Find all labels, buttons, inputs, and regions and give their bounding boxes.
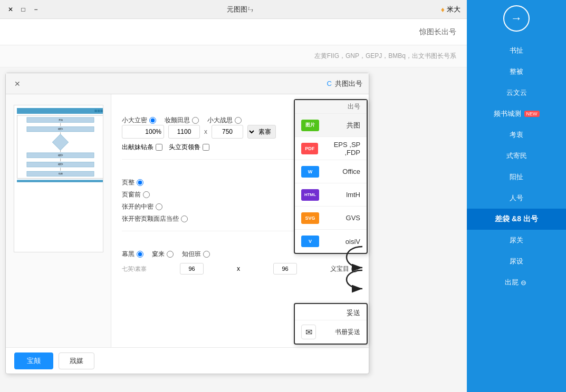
maximize-button[interactable]: □: [19, 5, 27, 14]
original-size-radio[interactable]: 小大战思: [207, 116, 242, 125]
unit-select[interactable]: 素寨: [247, 125, 276, 139]
main-area: ✕ □ − 元图图ㄣ ♦ 米大 惊图长出号 左黄FIIG，GNP，GEPJ，BM…: [0, 0, 467, 392]
fc-node-5: 结束: [26, 171, 94, 177]
right-sidebar: → 书扯 整被 云文云 NEW 频书城测 考衷 式寄民 阳扯 人号 差袋 &8 …: [467, 0, 566, 392]
margin-height-input[interactable]: [273, 263, 297, 275]
export-header: 惊图长出号: [0, 19, 467, 45]
badge-visio: V: [301, 236, 319, 247]
sidebar-item-kaozhong[interactable]: 考衷: [467, 124, 566, 145]
sidebar-item-zhengbei[interactable]: 整被: [467, 61, 566, 82]
optimize-checkbox[interactable]: 出献妹钻条: [122, 143, 162, 152]
fc-node-2: 处理1: [26, 126, 94, 132]
window-title: 元图图ㄣ: [227, 5, 254, 14]
dialog-footer: 宝颠 戕媒: [6, 347, 369, 374]
badge-pdf: PDF: [301, 143, 318, 154]
badge-html: HTML: [301, 189, 319, 201]
fc-node-4: 处理3: [26, 162, 94, 167]
preview-canvas: 开始 处理1 处理2 处理3: [14, 105, 103, 252]
close-button[interactable]: ✕: [6, 5, 15, 14]
sidebar-item-chuhao[interactable]: 差袋 &8 出号: [467, 209, 566, 230]
width-input[interactable]: [168, 125, 200, 139]
margin-height-input-wrap: [273, 263, 297, 275]
margin-width-wrap: [180, 263, 204, 275]
popup-item-pdf[interactable]: EPS ,SP ,FDP PDF: [295, 137, 367, 160]
popup-item-html[interactable]: lmtH HTML: [295, 183, 367, 207]
badge-office: W: [301, 166, 319, 178]
exit-icon: ⊖: [521, 279, 526, 287]
content-area: ✕ 共图出号 C: [0, 67, 467, 392]
format-description: 左黄FIIG，GNP，GEPJ，BMBq，出文书图长号系: [0, 45, 467, 67]
export-format-popup: 出号 共图 图片 EPS ,SP ,FDP PDF Office W lmtH …: [294, 99, 368, 254]
margin-inputs-row: 义宝目 x: [122, 263, 358, 275]
fit-page-radio[interactable]: 妆颤田思: [165, 116, 199, 125]
sidebar-item-shijimin[interactable]: 式寄民: [467, 145, 566, 166]
default-margin-radio[interactable]: 知但班: [182, 250, 210, 259]
window-controls: ✕ □ −: [6, 5, 40, 14]
send-popup-email[interactable]: 书册妥送 ✉: [295, 320, 367, 344]
height-input[interactable]: [212, 125, 243, 139]
sidebar-item-pinpinchengce[interactable]: NEW 频书城测: [467, 103, 566, 124]
fc-node-1: 开始: [26, 117, 94, 123]
dialog-title: 共图出号 C: [327, 79, 362, 89]
send-popup: 妥送 书册妥送 ✉: [294, 303, 368, 345]
export-button[interactable]: 宝颠: [14, 352, 53, 369]
export-header-title: 惊图长出号: [419, 27, 456, 37]
flowchart-preview: 开始 处理1 处理2 处理3: [17, 108, 103, 252]
popup-item-svg[interactable]: GVS SVG: [295, 207, 367, 230]
all-pages-radio[interactable]: 页整: [122, 178, 143, 187]
fit-current-page-radio[interactable]: 张开密页颗面店当些: [122, 214, 188, 223]
popup-item-image[interactable]: 共图 图片: [295, 114, 367, 137]
brand: ♦ 米大: [441, 5, 461, 14]
sidebar-item-niaoshe[interactable]: 尿设: [467, 251, 566, 272]
new-badge: NEW: [524, 111, 540, 117]
custom-size-radio[interactable]: 小大立密: [122, 116, 156, 125]
margin-unit-label: 七英\素寨: [122, 265, 147, 273]
current-page-center-radio[interactable]: 张开的中密: [122, 202, 162, 211]
custom-margin-radio[interactable]: 幕黑: [122, 250, 143, 259]
dialog-close-button[interactable]: ✕: [12, 79, 23, 89]
title-bar: ✕ □ − 元图图ㄣ ♦ 米大: [0, 0, 467, 19]
brand-icon: ♦: [441, 5, 445, 14]
margin-width-input-wrap: [180, 263, 204, 275]
sidebar-item-renhao[interactable]: 人号: [467, 188, 566, 209]
arrow-svg: [331, 241, 368, 294]
fit-page-checkbox[interactable]: 头立页领鲁: [169, 143, 209, 152]
current-page-radio[interactable]: 页窗前: [122, 190, 150, 199]
brand-name: 米大: [447, 5, 461, 14]
compact-margin-radio[interactable]: 窠来: [152, 250, 174, 259]
cancel-button[interactable]: 戕媒: [59, 352, 94, 369]
email-icon: ✉: [301, 325, 316, 339]
badge-svg: SVG: [301, 212, 319, 224]
popup-item-office[interactable]: Office W: [295, 160, 367, 183]
badge-img: 图片: [301, 120, 319, 131]
minimize-button[interactable]: −: [32, 5, 40, 14]
margin-height-wrap: [273, 263, 297, 275]
dialog-title-bar: ✕ 共图出号 C: [6, 73, 369, 94]
sidebar-item-yunwenyun[interactable]: 云文云: [467, 82, 566, 103]
sidebar-item-yangzhe[interactable]: 阳扯: [467, 166, 566, 188]
sidebar-nav-top[interactable]: →: [503, 5, 530, 32]
sidebar-item-exit[interactable]: ⊖ 出屁: [467, 272, 566, 293]
sidebar-item-shuzhe[interactable]: 书扯: [467, 40, 566, 61]
scale-input[interactable]: [122, 125, 164, 139]
refresh-icon[interactable]: C: [327, 80, 332, 87]
sidebar-item-niaoguan[interactable]: 尿关: [467, 230, 566, 251]
margin-width-input[interactable]: [180, 263, 204, 275]
fc-node-3: 处理2: [26, 153, 94, 158]
send-popup-title: 妥送: [295, 304, 367, 320]
preview-panel: 开始 处理1 处理2 处理3: [6, 94, 111, 347]
nav-arrow-icon: →: [511, 12, 522, 25]
margin-x-sep: x: [237, 265, 240, 272]
popup-header: 出号: [295, 100, 367, 114]
